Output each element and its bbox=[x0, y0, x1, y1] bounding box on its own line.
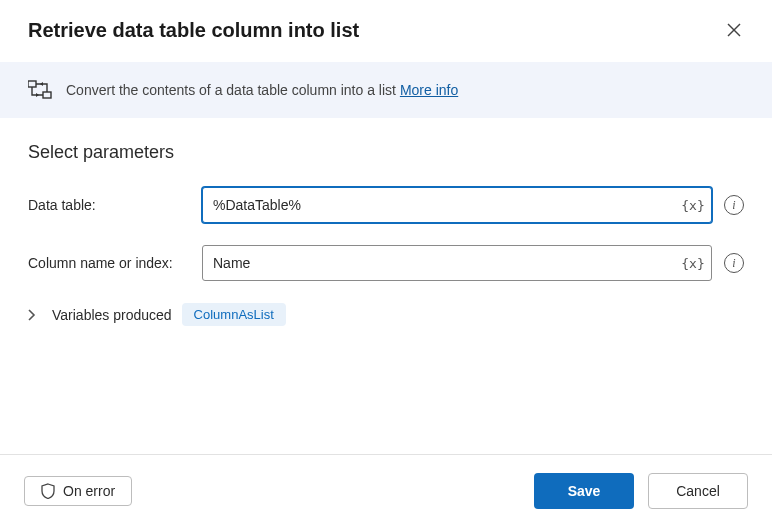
variable-picker-button[interactable]: {x} bbox=[680, 194, 706, 216]
footer-actions: Save Cancel bbox=[534, 473, 748, 509]
column-name-input-wrap: {x} bbox=[202, 245, 712, 281]
field-data-table: Data table: {x} i bbox=[28, 187, 744, 223]
info-icon[interactable]: i bbox=[724, 253, 744, 273]
dialog-footer: On error Save Cancel bbox=[0, 454, 772, 527]
more-info-link[interactable]: More info bbox=[400, 82, 458, 98]
svg-rect-2 bbox=[28, 81, 36, 87]
data-table-input-wrap: {x} bbox=[202, 187, 712, 223]
info-description: Convert the contents of a data table col… bbox=[66, 82, 458, 98]
variable-chip[interactable]: ColumnAsList bbox=[182, 303, 286, 326]
variables-produced-row: Variables produced ColumnAsList bbox=[28, 303, 744, 326]
info-icon[interactable]: i bbox=[724, 195, 744, 215]
on-error-button[interactable]: On error bbox=[24, 476, 132, 506]
data-table-label: Data table: bbox=[28, 197, 190, 213]
expand-toggle[interactable] bbox=[28, 309, 42, 321]
chevron-right-icon bbox=[28, 309, 36, 321]
info-text: Convert the contents of a data table col… bbox=[66, 82, 396, 98]
section-title: Select parameters bbox=[28, 142, 744, 163]
close-icon bbox=[727, 23, 741, 37]
dialog-title: Retrieve data table column into list bbox=[28, 19, 359, 42]
on-error-label: On error bbox=[63, 483, 115, 499]
dialog-body: Select parameters Data table: {x} i Colu… bbox=[0, 118, 772, 454]
variable-picker-button[interactable]: {x} bbox=[680, 252, 706, 274]
cancel-button[interactable]: Cancel bbox=[648, 473, 748, 509]
dialog-titlebar: Retrieve data table column into list bbox=[0, 0, 772, 62]
close-button[interactable] bbox=[720, 16, 748, 44]
svg-rect-3 bbox=[43, 92, 51, 98]
shield-icon bbox=[41, 483, 55, 499]
variables-produced-label: Variables produced bbox=[52, 307, 172, 323]
flow-icon bbox=[28, 80, 52, 100]
save-button[interactable]: Save bbox=[534, 473, 634, 509]
column-name-input[interactable] bbox=[202, 245, 712, 281]
data-table-input[interactable] bbox=[202, 187, 712, 223]
info-banner: Convert the contents of a data table col… bbox=[0, 62, 772, 118]
column-name-label: Column name or index: bbox=[28, 255, 190, 271]
field-column-name: Column name or index: {x} i bbox=[28, 245, 744, 281]
